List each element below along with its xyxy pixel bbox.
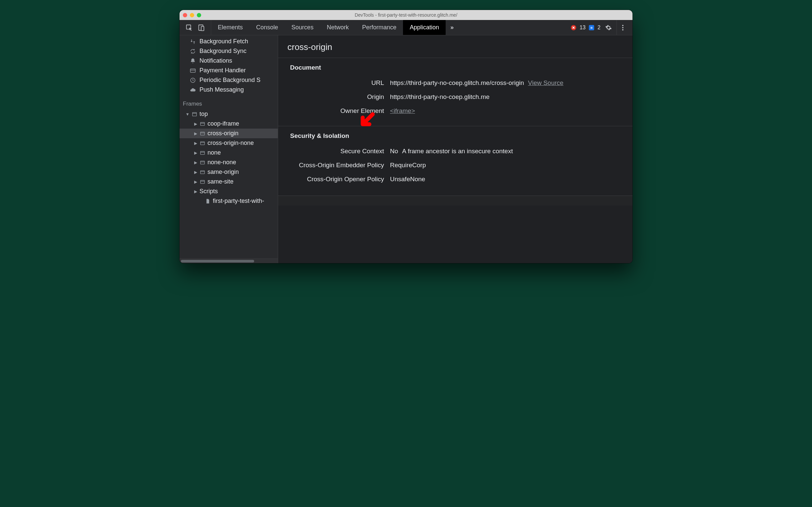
origin-value: https://third-party-no-coep.glitch.me (390, 93, 489, 101)
frame-node-label: top (199, 111, 208, 118)
sync-icon (189, 48, 196, 55)
frame-node-label: cross-origin (208, 130, 238, 137)
tab-console[interactable]: Console (249, 20, 285, 35)
frame-node-label: same-origin (208, 169, 239, 176)
frames-section-header: Frames (179, 95, 278, 109)
error-count: 13 (580, 25, 585, 31)
chevron-right-icon: ▶ (193, 179, 197, 184)
frame-icon (199, 160, 206, 166)
info-badge-icon[interactable] (589, 25, 594, 30)
frame-node-none-none[interactable]: ▶ none-none (179, 158, 278, 167)
scrollbar-thumb[interactable] (181, 260, 254, 263)
tab-sources[interactable]: Sources (285, 20, 320, 35)
close-window-button[interactable] (183, 13, 187, 17)
document-heading: Document (290, 64, 623, 71)
more-options-button[interactable] (617, 20, 629, 35)
sidebar-item-background-sync[interactable]: Background Sync (179, 46, 278, 56)
inspect-element-icon[interactable] (185, 24, 193, 31)
cloud-icon (189, 87, 196, 93)
frame-node-same-origin[interactable]: ▶ same-origin (179, 167, 278, 177)
owner-element-link[interactable]: <iframe> (390, 107, 415, 115)
sidebar-horizontal-scrollbar[interactable] (179, 259, 278, 263)
frame-node-coop-iframe[interactable]: ▶ coop-iframe (179, 119, 278, 128)
svg-rect-19 (200, 151, 205, 154)
settings-button[interactable] (604, 23, 613, 32)
sidebar-item-background-fetch[interactable]: Background Fetch (179, 37, 278, 46)
script-file-node[interactable]: first-party-test-with- (179, 196, 278, 206)
chevron-right-icon: ▶ (193, 160, 197, 165)
chevron-right-icon: ▶ (193, 151, 197, 155)
frame-node-same-site[interactable]: ▶ same-site (179, 177, 278, 186)
origin-row: Origin https://third-party-no-coep.glitc… (290, 90, 623, 104)
devtools-window: DevTools - first-party-test-with-resourc… (179, 10, 633, 263)
error-badge-icon[interactable] (571, 25, 576, 30)
bottom-drawer-bar[interactable] (278, 195, 633, 206)
svg-rect-25 (200, 180, 205, 183)
frame-node-none[interactable]: ▶ none (179, 148, 278, 158)
zoom-window-button[interactable] (197, 13, 201, 17)
frame-node-cross-origin[interactable]: ▶ cross-origin (179, 128, 278, 138)
frame-node-top[interactable]: ▼ top (179, 109, 278, 119)
url-row: URL https://third-party-no-coep.glitch.m… (290, 76, 623, 90)
tab-network[interactable]: Network (320, 20, 355, 35)
tab-application[interactable]: Application (403, 20, 446, 35)
coop-value: UnsafeNone (390, 176, 425, 183)
svg-rect-8 (190, 69, 195, 72)
svg-rect-3 (590, 27, 592, 27)
file-icon (205, 198, 211, 204)
tab-elements[interactable]: Elements (211, 20, 249, 35)
chevron-double-right-icon: » (450, 24, 454, 31)
svg-rect-21 (200, 161, 205, 164)
application-sidebar: Background Fetch Background Sync Notific… (179, 35, 278, 263)
frames-tree: ▼ top ▶ coop-iframe ▶ (179, 109, 278, 206)
frame-node-label: none-none (208, 159, 236, 166)
frame-icon (199, 179, 206, 185)
panel-body: Background Fetch Background Sync Notific… (179, 35, 633, 263)
svg-rect-11 (192, 112, 196, 116)
frame-node-scripts[interactable]: ▶ Scripts (179, 186, 278, 196)
minimize-window-button[interactable] (190, 13, 194, 17)
frame-icon (199, 169, 206, 175)
sidebar-item-payment-handler[interactable]: Payment Handler (179, 66, 278, 75)
frame-node-label: first-party-test-with- (213, 198, 264, 205)
frame-icon (199, 130, 206, 136)
origin-label: Origin (290, 93, 390, 101)
frame-node-label: Scripts (199, 188, 218, 195)
swap-icon (189, 38, 196, 45)
sidebar-item-label: Push Messaging (199, 86, 244, 93)
tab-performance[interactable]: Performance (355, 20, 403, 35)
svg-rect-23 (200, 171, 205, 174)
window-titlebar: DevTools - first-party-test-with-resourc… (179, 10, 633, 20)
background-services-list: Background Fetch Background Sync Notific… (179, 35, 278, 95)
frame-node-cross-origin-none[interactable]: ▶ cross-origin-none (179, 138, 278, 148)
bell-icon (189, 58, 196, 64)
view-source-link[interactable]: View Source (528, 79, 563, 87)
sidebar-item-label: Background Sync (199, 48, 246, 55)
svg-point-7 (622, 29, 624, 30)
sidebar-item-label: Background Fetch (199, 38, 248, 45)
sidebar-item-label: Payment Handler (199, 67, 246, 74)
url-label: URL (290, 79, 390, 87)
clock-icon (189, 77, 196, 83)
chevron-down-icon: ▼ (185, 112, 189, 117)
owner-element-row: Owner Element <iframe> (290, 104, 623, 118)
svg-rect-4 (590, 28, 592, 29)
tabs-overflow-button[interactable]: » (446, 24, 458, 31)
frame-detail-title: cross-origin (278, 35, 633, 58)
frame-icon (199, 121, 206, 127)
sidebar-item-periodic-background-sync[interactable]: Periodic Background S (179, 75, 278, 85)
coep-value: RequireCorp (390, 162, 426, 169)
svg-rect-2 (201, 26, 204, 31)
sidebar-item-push-messaging[interactable]: Push Messaging (179, 85, 278, 95)
frame-detail-pane: cross-origin Document URL https://third-… (278, 35, 633, 263)
chevron-right-icon: ▶ (193, 141, 197, 146)
device-toolbar-icon[interactable] (197, 24, 205, 31)
sidebar-item-notifications[interactable]: Notifications (179, 56, 278, 66)
frame-node-label: cross-origin-none (208, 139, 254, 147)
secure-context-note: A frame ancestor is an insecure context (402, 148, 513, 155)
coep-label: Cross-Origin Embedder Policy (290, 162, 390, 169)
chevron-right-icon: ▶ (193, 131, 197, 136)
secure-context-row: Secure Context No A frame ancestor is an… (290, 144, 623, 158)
card-icon (189, 67, 196, 74)
frame-icon (199, 150, 206, 156)
